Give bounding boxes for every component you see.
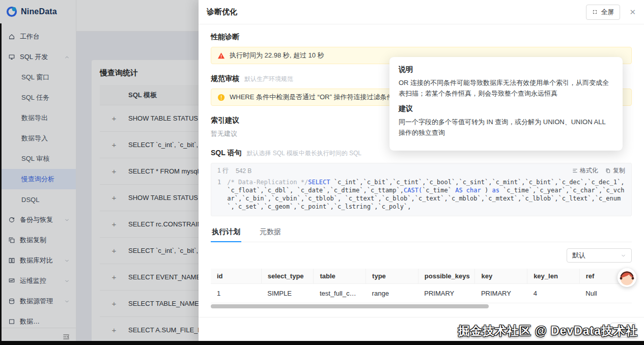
sql-section-title: SQL 语句 xyxy=(211,149,241,158)
tab-execution-plan[interactable]: 执行计划 xyxy=(211,224,241,242)
popover-heading-explanation: 说明 xyxy=(399,65,613,74)
plan-cell: 4 xyxy=(527,284,580,303)
sql-section-hint: 默认选择 SQL 模板中最长执行时间的 SQL xyxy=(246,149,361,158)
format-label: 格式化 xyxy=(580,166,598,175)
sql-code-block: 1 行 542 B 格式化 复制 1 /* Data- xyxy=(211,163,632,216)
code-line: 1 /* Data-Replication */SELECT `c_int`,`… xyxy=(211,176,631,216)
plan-col-type: type xyxy=(366,269,418,284)
warning-triangle-icon xyxy=(217,52,225,60)
plan-col-table: table xyxy=(314,269,366,284)
sql-code: /* Data-Replication */SELECT `c_int`,`c_… xyxy=(227,178,625,211)
notice-icon xyxy=(217,94,225,101)
screenshot-bottom-edge xyxy=(0,341,644,345)
plan-col-possible_keys: possible_keys xyxy=(418,269,475,284)
fullscreen-button[interactable]: 全屏 xyxy=(586,5,620,20)
diagnostic-drawer: 诊断优化 全屏 ✕ 性能诊断 执行时间为 22.98 秒, 超过 10 秒 规范… xyxy=(199,0,644,345)
code-size: 542 B xyxy=(236,167,251,175)
index-section-title: 索引建议 xyxy=(211,116,239,125)
plan-cell: test_full_colty... xyxy=(314,284,366,303)
rule-tooltip-popover: 说明 OR 连接的不同条件可能导致数据库无法有效使用单个索引，从而变成全表扫描；… xyxy=(389,57,623,151)
review-section-hint: 默认生产环境规范 xyxy=(244,75,293,83)
plan-col-key_len: key_len xyxy=(527,269,580,284)
execution-plan-table: idselect_typetabletypepossible_keyskeyke… xyxy=(211,269,632,303)
review-alert-text: WHERE 条件中检测是否通过 “OR” 操作符连接过滤条件 xyxy=(230,93,393,102)
plan-select-row: 默认 xyxy=(211,248,632,263)
review-section-title: 规范审核 xyxy=(211,74,239,83)
plan-cell: PRIMARY xyxy=(418,284,475,303)
plan-col-id: id xyxy=(211,269,261,284)
popover-suggestion-text: 同一个字段的多个等值可转为 IN 查询，或分解为 UNION、UNION ALL… xyxy=(399,117,613,138)
copy-button[interactable]: 复制 xyxy=(605,166,625,175)
plan-cell: range xyxy=(366,284,418,303)
perf-alert-text: 执行时间为 22.98 秒, 超过 10 秒 xyxy=(230,51,324,60)
horizontal-scrollbar[interactable] xyxy=(211,304,489,308)
code-meta-bar: 1 行 542 B 格式化 复制 xyxy=(211,163,631,176)
plan-select-value: 默认 xyxy=(572,251,585,260)
plan-row: 1SIMPLEtest_full_colty...rangePRIMARYPRI… xyxy=(211,284,632,303)
copy-label: 复制 xyxy=(613,166,625,175)
plan-tabs: 执行计划元数据 xyxy=(211,224,632,242)
close-button[interactable]: 关闭 xyxy=(610,323,636,338)
chevron-down-icon xyxy=(621,253,626,258)
plan-cell: 1 xyxy=(211,284,261,303)
plan-cell: SIMPLE xyxy=(261,284,314,303)
plan-col-key: key xyxy=(475,269,527,284)
perf-section-title: 性能诊断 xyxy=(211,33,632,42)
plan-select[interactable]: 默认 xyxy=(567,248,632,263)
popover-explanation-text: OR 连接的不同条件可能导致数据库无法有效使用单个索引，从而变成全表扫描；若某个… xyxy=(399,77,613,99)
close-icon[interactable]: ✕ xyxy=(629,8,636,17)
format-button[interactable]: 格式化 xyxy=(572,166,598,175)
drawer-header: 诊断优化 全屏 ✕ xyxy=(199,0,644,24)
plan-col-select_type: select_type xyxy=(261,269,314,284)
format-icon xyxy=(572,168,578,174)
fullscreen-label: 全屏 xyxy=(601,8,614,17)
code-line-count: 1 行 xyxy=(217,166,229,175)
plan-cell: PRIMARY xyxy=(475,284,527,303)
screenshot-left-edge xyxy=(0,23,2,345)
support-avatar-icon xyxy=(618,268,636,287)
tab-metadata[interactable]: 元数据 xyxy=(259,224,282,242)
fullscreen-icon xyxy=(592,9,598,15)
drawer-title: 诊断优化 xyxy=(207,7,237,17)
line-number: 1 xyxy=(217,178,221,211)
popover-heading-suggestion: 建议 xyxy=(399,104,613,113)
drawer-header-actions: 全屏 ✕ xyxy=(586,5,636,20)
support-avatar[interactable] xyxy=(618,268,636,287)
copy-icon xyxy=(605,168,611,174)
